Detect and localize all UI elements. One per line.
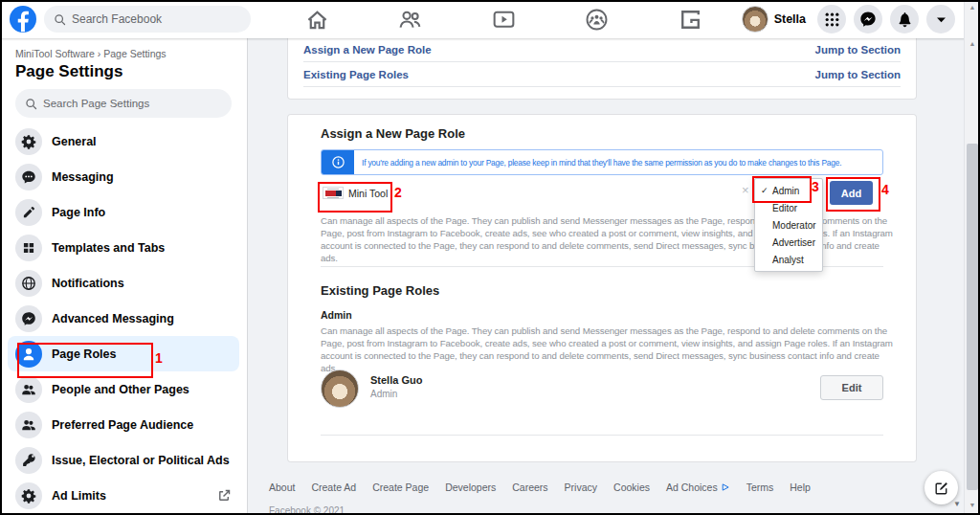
search-facebook-placeholder: Search Facebook	[72, 12, 162, 26]
search-facebook-input[interactable]: Search Facebook	[44, 6, 251, 33]
minitool-logo	[323, 187, 344, 199]
search-icon	[54, 13, 66, 26]
top-navigation-bar: Search Facebook Stella	[0, 0, 980, 38]
jump-to-section-link[interactable]: Jump to Section	[815, 69, 901, 80]
scrollbar-thumb[interactable]	[967, 144, 978, 490]
grid-icon	[15, 235, 42, 261]
sidebar-item-issue-electoral-political-ads[interactable]: Issue, Electoral or Political Ads	[8, 442, 239, 478]
bell-icon	[897, 11, 913, 28]
sidebar-items: General Messaging Page Info Templates an…	[0, 123, 247, 513]
key-icon	[15, 447, 42, 474]
sidebar-item-messaging[interactable]: Messaging	[8, 159, 239, 194]
account-menu-button[interactable]	[926, 5, 955, 34]
jump-to-section-link[interactable]: Jump to Section	[815, 44, 901, 56]
scroll-up-arrow[interactable]: ▲	[965, 4, 980, 11]
footer-link-careers[interactable]: Careers	[512, 481, 547, 493]
footer-link-help[interactable]: Help	[790, 481, 811, 493]
clear-input-icon[interactable]: ×	[742, 183, 749, 197]
footer-link-ad-choices[interactable]: Ad Choices	[666, 481, 730, 493]
facebook-logo[interactable]	[10, 6, 36, 33]
assign-section-link[interactable]: Assign a New Page Role	[303, 44, 432, 56]
messenger-button[interactable]	[854, 5, 882, 34]
footer-links: About Create Ad Create Page Developers C…	[269, 481, 811, 493]
existing-role-description: Can manage all aspects of the Page. They…	[321, 325, 895, 374]
sidebar-item-notifications[interactable]: Notifications	[8, 265, 239, 301]
divider	[321, 435, 883, 436]
dropdown-option-editor[interactable]: Editor	[755, 199, 822, 216]
footer-link-developers[interactable]: Developers	[445, 481, 496, 493]
tab-groups[interactable]	[578, 8, 616, 32]
friends-icon	[398, 8, 422, 32]
role-group-label: Admin	[321, 309, 352, 321]
edit-button[interactable]: Edit	[820, 375, 883, 400]
tab-friends[interactable]	[391, 8, 430, 32]
jump-row-existing: Existing Page Roles Jump to Section	[303, 62, 901, 86]
top-right-actions: Stella	[742, 0, 955, 38]
copyright: Facebook © 2021	[269, 505, 345, 515]
existing-section-link[interactable]: Existing Page Roles	[303, 69, 409, 80]
apps-menu-button[interactable]	[817, 5, 846, 34]
sidebar-item-templates-and-tabs[interactable]: Templates and Tabs	[8, 230, 239, 265]
person-icon	[15, 341, 42, 368]
footer-link-create-ad[interactable]: Create Ad	[311, 481, 356, 493]
dropdown-option-analyst[interactable]: Analyst	[755, 251, 822, 268]
avatar	[742, 6, 768, 33]
add-button[interactable]: Add	[830, 181, 873, 205]
groups-icon	[585, 8, 609, 32]
footer-link-about[interactable]: About	[269, 481, 295, 493]
chevron-down-icon	[934, 12, 948, 27]
sidebar-item-general[interactable]: General	[8, 123, 239, 159]
footer-link-privacy[interactable]: Privacy	[565, 481, 597, 493]
dropdown-option-advertiser[interactable]: Advertiser	[755, 234, 822, 251]
existing-section-title: Existing Page Roles	[321, 283, 439, 298]
scroll-down-arrow[interactable]: ▼	[965, 502, 980, 508]
pencil-icon	[15, 199, 42, 226]
search-page-settings-placeholder: Search Page Settings	[43, 98, 149, 109]
member-token[interactable]: Mini Tool	[323, 187, 388, 199]
main-content: Assign a New Page Role Jump to Section E…	[247, 38, 964, 515]
sidebar-item-people-and-other-pages[interactable]: People and Other Pages	[8, 371, 239, 407]
edit-icon	[934, 481, 949, 496]
sidebar-item-advanced-messaging[interactable]: Advanced Messaging	[8, 301, 239, 336]
footer-link-create-page[interactable]: Create Page	[372, 481, 429, 493]
footer-link-cookies[interactable]: Cookies	[613, 481, 650, 493]
sidebar-item-page-info[interactable]: Page Info	[8, 194, 239, 230]
annotation-number-1: 1	[155, 350, 163, 366]
member-name: Stella Guo	[370, 374, 422, 386]
check-icon: ✓	[761, 186, 772, 195]
breadcrumb[interactable]: MiniTool Software › Page Settings	[0, 48, 247, 59]
search-page-settings-input[interactable]: Search Page Settings	[15, 89, 232, 118]
page-roles-card: Assign a New Page Role If you're adding …	[288, 115, 916, 461]
page-scrollbar[interactable]: ▲ ▲ ▼	[964, 0, 980, 515]
scroll-down-caret-secondary[interactable]: ▼	[953, 500, 961, 508]
tab-gaming[interactable]	[671, 8, 709, 32]
messenger-icon	[859, 11, 877, 28]
sidebar-item-page-roles[interactable]: Page Roles	[8, 336, 239, 371]
member-role: Admin	[370, 389, 397, 399]
home-icon	[305, 8, 329, 32]
nav-tabs	[273, 0, 734, 38]
settings-sidebar: MiniTool Software › Page Settings Page S…	[0, 38, 247, 515]
people-icon	[15, 412, 42, 438]
tab-home[interactable]	[298, 8, 336, 32]
footer-link-terms[interactable]: Terms	[746, 481, 774, 493]
notifications-button[interactable]	[890, 5, 919, 34]
external-link-icon	[217, 488, 232, 503]
profile-chip[interactable]: Stella	[742, 6, 806, 33]
messenger-icon	[15, 305, 42, 332]
scroll-up-arrow-inner[interactable]: ▲	[965, 40, 980, 47]
sidebar-item-ad-limits[interactable]: Ad Limits	[8, 478, 239, 513]
jump-row-assign: Assign a New Page Role Jump to Section	[303, 38, 901, 61]
dropdown-option-moderator[interactable]: Moderator	[755, 216, 822, 234]
annotation-number-4: 4	[881, 182, 889, 197]
banner-text: If you're adding a new admin to your Pag…	[354, 150, 882, 174]
watch-icon	[492, 8, 516, 32]
apps-grid-icon	[824, 11, 840, 28]
people-icon	[15, 376, 42, 403]
info-icon	[322, 150, 354, 174]
sidebar-item-preferred-page-audience[interactable]: Preferred Page Audience	[8, 407, 239, 442]
annotation-number-3: 3	[812, 179, 819, 194]
divider	[303, 86, 901, 87]
member-token-label: Mini Tool	[348, 188, 388, 199]
tab-watch[interactable]	[484, 8, 523, 32]
